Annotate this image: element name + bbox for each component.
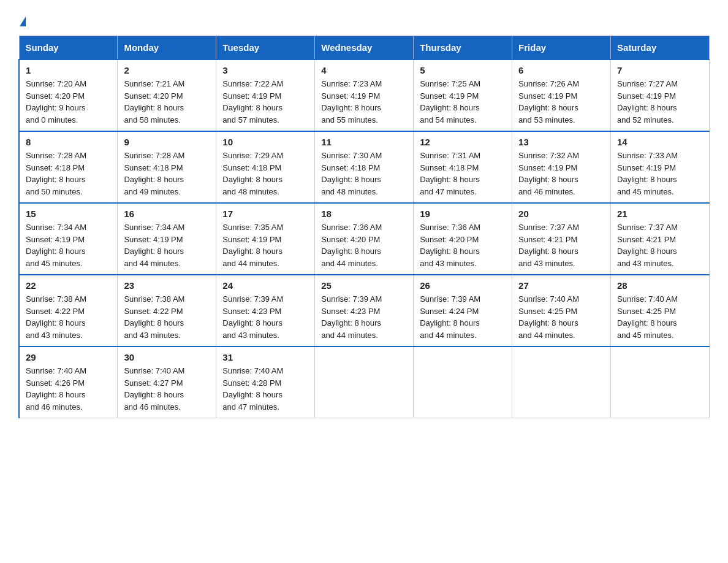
day-number: 27 <box>518 280 604 291</box>
day-number: 17 <box>222 209 308 219</box>
day-number: 14 <box>617 137 703 147</box>
day-number: 31 <box>222 352 308 362</box>
day-info: Sunrise: 7:21 AM Sunset: 4:20 PM Dayligh… <box>124 78 210 126</box>
logo-triangle-icon <box>20 17 26 26</box>
calendar-cell: 21 Sunrise: 7:37 AM Sunset: 4:21 PM Dayl… <box>611 203 710 275</box>
calendar-cell <box>611 347 710 418</box>
day-info: Sunrise: 7:20 AM Sunset: 4:20 PM Dayligh… <box>26 78 111 126</box>
calendar-header: SundayMondayTuesdayWednesdayThursdayFrid… <box>19 36 710 60</box>
day-info: Sunrise: 7:40 AM Sunset: 4:25 PM Dayligh… <box>617 293 703 341</box>
calendar-cell: 18 Sunrise: 7:36 AM Sunset: 4:20 PM Dayl… <box>315 203 414 275</box>
calendar-cell: 5 Sunrise: 7:25 AM Sunset: 4:19 PM Dayli… <box>414 59 512 131</box>
week-row-4: 22 Sunrise: 7:38 AM Sunset: 4:22 PM Dayl… <box>19 275 710 347</box>
calendar-cell: 16 Sunrise: 7:34 AM Sunset: 4:19 PM Dayl… <box>118 203 216 275</box>
day-info: Sunrise: 7:36 AM Sunset: 4:20 PM Dayligh… <box>321 221 407 269</box>
header-saturday: Saturday <box>611 36 710 60</box>
day-number: 2 <box>124 65 210 75</box>
calendar-cell: 26 Sunrise: 7:39 AM Sunset: 4:24 PM Dayl… <box>414 275 512 347</box>
day-number: 23 <box>124 280 210 291</box>
day-info: Sunrise: 7:25 AM Sunset: 4:19 PM Dayligh… <box>420 78 506 126</box>
calendar-cell: 27 Sunrise: 7:40 AM Sunset: 4:25 PM Dayl… <box>512 275 611 347</box>
header-wednesday: Wednesday <box>315 36 414 60</box>
day-number: 24 <box>222 280 308 291</box>
calendar-cell: 3 Sunrise: 7:22 AM Sunset: 4:19 PM Dayli… <box>216 59 315 131</box>
day-info: Sunrise: 7:36 AM Sunset: 4:20 PM Dayligh… <box>420 221 506 269</box>
calendar-body: 1 Sunrise: 7:20 AM Sunset: 4:20 PM Dayli… <box>19 59 710 418</box>
day-number: 3 <box>222 65 308 75</box>
day-number: 4 <box>321 65 407 75</box>
calendar-cell: 6 Sunrise: 7:26 AM Sunset: 4:19 PM Dayli… <box>512 59 611 131</box>
week-row-3: 15 Sunrise: 7:34 AM Sunset: 4:19 PM Dayl… <box>19 203 710 275</box>
day-info: Sunrise: 7:33 AM Sunset: 4:19 PM Dayligh… <box>617 150 703 197</box>
day-number: 19 <box>420 209 506 219</box>
day-info: Sunrise: 7:40 AM Sunset: 4:25 PM Dayligh… <box>518 293 604 341</box>
header-tuesday: Tuesday <box>216 36 315 60</box>
day-info: Sunrise: 7:32 AM Sunset: 4:19 PM Dayligh… <box>518 150 604 197</box>
day-number: 21 <box>617 209 703 219</box>
day-info: Sunrise: 7:34 AM Sunset: 4:19 PM Dayligh… <box>124 221 210 269</box>
day-number: 7 <box>617 65 703 75</box>
week-row-5: 29 Sunrise: 7:40 AM Sunset: 4:26 PM Dayl… <box>19 347 710 418</box>
calendar-cell: 20 Sunrise: 7:37 AM Sunset: 4:21 PM Dayl… <box>512 203 611 275</box>
day-info: Sunrise: 7:39 AM Sunset: 4:23 PM Dayligh… <box>222 293 308 341</box>
day-info: Sunrise: 7:28 AM Sunset: 4:18 PM Dayligh… <box>26 150 111 197</box>
calendar-cell: 9 Sunrise: 7:28 AM Sunset: 4:18 PM Dayli… <box>118 131 216 203</box>
day-info: Sunrise: 7:40 AM Sunset: 4:27 PM Dayligh… <box>124 365 210 413</box>
day-info: Sunrise: 7:39 AM Sunset: 4:23 PM Dayligh… <box>321 293 407 341</box>
calendar-cell: 17 Sunrise: 7:35 AM Sunset: 4:19 PM Dayl… <box>216 203 315 275</box>
calendar-cell: 24 Sunrise: 7:39 AM Sunset: 4:23 PM Dayl… <box>216 275 315 347</box>
calendar-cell <box>414 347 512 418</box>
calendar-cell: 29 Sunrise: 7:40 AM Sunset: 4:26 PM Dayl… <box>19 347 118 418</box>
day-number: 25 <box>321 280 407 291</box>
day-info: Sunrise: 7:39 AM Sunset: 4:24 PM Dayligh… <box>420 293 506 341</box>
calendar-cell: 12 Sunrise: 7:31 AM Sunset: 4:18 PM Dayl… <box>414 131 512 203</box>
day-info: Sunrise: 7:40 AM Sunset: 4:28 PM Dayligh… <box>222 365 308 413</box>
header-thursday: Thursday <box>414 36 512 60</box>
day-info: Sunrise: 7:22 AM Sunset: 4:19 PM Dayligh… <box>222 78 308 126</box>
day-number: 22 <box>26 280 111 291</box>
calendar-cell: 19 Sunrise: 7:36 AM Sunset: 4:20 PM Dayl… <box>414 203 512 275</box>
day-number: 6 <box>518 65 604 75</box>
day-number: 9 <box>124 137 210 147</box>
day-info: Sunrise: 7:35 AM Sunset: 4:19 PM Dayligh… <box>222 221 308 269</box>
calendar-cell: 13 Sunrise: 7:32 AM Sunset: 4:19 PM Dayl… <box>512 131 611 203</box>
calendar-cell: 7 Sunrise: 7:27 AM Sunset: 4:19 PM Dayli… <box>611 59 710 131</box>
calendar-cell: 8 Sunrise: 7:28 AM Sunset: 4:18 PM Dayli… <box>19 131 118 203</box>
day-number: 10 <box>222 137 308 147</box>
day-number: 30 <box>124 352 210 362</box>
calendar-cell: 28 Sunrise: 7:40 AM Sunset: 4:25 PM Dayl… <box>611 275 710 347</box>
day-number: 13 <box>518 137 604 147</box>
day-number: 18 <box>321 209 407 219</box>
day-info: Sunrise: 7:29 AM Sunset: 4:18 PM Dayligh… <box>222 150 308 197</box>
day-info: Sunrise: 7:26 AM Sunset: 4:19 PM Dayligh… <box>518 78 604 126</box>
day-info: Sunrise: 7:30 AM Sunset: 4:18 PM Dayligh… <box>321 150 407 197</box>
day-number: 26 <box>420 280 506 291</box>
day-info: Sunrise: 7:38 AM Sunset: 4:22 PM Dayligh… <box>26 293 111 341</box>
calendar-cell: 30 Sunrise: 7:40 AM Sunset: 4:27 PM Dayl… <box>118 347 216 418</box>
day-number: 16 <box>124 209 210 219</box>
calendar-cell <box>512 347 611 418</box>
header-sunday: Sunday <box>19 36 118 60</box>
day-number: 1 <box>26 65 111 75</box>
week-row-1: 1 Sunrise: 7:20 AM Sunset: 4:20 PM Dayli… <box>19 59 710 131</box>
logo <box>18 12 26 29</box>
day-info: Sunrise: 7:28 AM Sunset: 4:18 PM Dayligh… <box>124 150 210 197</box>
header-monday: Monday <box>118 36 216 60</box>
calendar-cell: 23 Sunrise: 7:38 AM Sunset: 4:22 PM Dayl… <box>118 275 216 347</box>
calendar-cell: 11 Sunrise: 7:30 AM Sunset: 4:18 PM Dayl… <box>315 131 414 203</box>
calendar-cell: 22 Sunrise: 7:38 AM Sunset: 4:22 PM Dayl… <box>19 275 118 347</box>
day-info: Sunrise: 7:27 AM Sunset: 4:19 PM Dayligh… <box>617 78 703 126</box>
day-number: 8 <box>26 137 111 147</box>
day-number: 15 <box>26 209 111 219</box>
day-number: 11 <box>321 137 407 147</box>
day-number: 12 <box>420 137 506 147</box>
calendar-cell: 14 Sunrise: 7:33 AM Sunset: 4:19 PM Dayl… <box>611 131 710 203</box>
week-row-2: 8 Sunrise: 7:28 AM Sunset: 4:18 PM Dayli… <box>19 131 710 203</box>
day-info: Sunrise: 7:23 AM Sunset: 4:19 PM Dayligh… <box>321 78 407 126</box>
day-info: Sunrise: 7:34 AM Sunset: 4:19 PM Dayligh… <box>26 221 111 269</box>
day-info: Sunrise: 7:31 AM Sunset: 4:18 PM Dayligh… <box>420 150 506 197</box>
day-info: Sunrise: 7:40 AM Sunset: 4:26 PM Dayligh… <box>26 365 111 413</box>
calendar-cell: 1 Sunrise: 7:20 AM Sunset: 4:20 PM Dayli… <box>19 59 118 131</box>
calendar-cell: 4 Sunrise: 7:23 AM Sunset: 4:19 PM Dayli… <box>315 59 414 131</box>
day-number: 29 <box>26 352 111 362</box>
